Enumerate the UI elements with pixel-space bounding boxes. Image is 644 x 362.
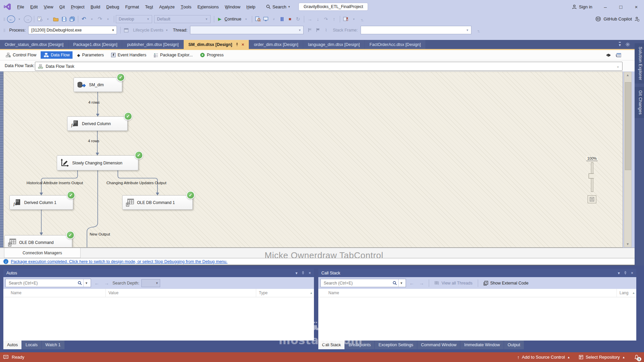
menu-build[interactable]: B̲uild [88,2,103,11]
select-repository-button[interactable]: Select Repository ▲ [579,355,625,360]
package-execution-message-link[interactable]: Package execution completed. Click here … [11,259,228,264]
maximize-button[interactable]: □ [613,0,629,13]
bottomtab-breakpoints[interactable]: Breakpoints [345,341,374,349]
step-into-button[interactable]: ↓ [314,15,322,23]
tab-settings-gear-icon[interactable] [626,42,630,47]
call-stack-title-bar[interactable]: Call Stack ▾ × [318,269,636,277]
package-icon[interactable] [606,53,611,57]
new-item-chevron-icon[interactable]: ▾ [44,15,52,23]
tab-publisher-dim[interactable]: publisher_dim.dtsx [Design] [122,40,183,49]
breakpoints-window-button[interactable] [342,15,350,23]
stack-frame-dropdown[interactable]: ▾ [361,26,471,34]
tab-data-flow[interactable]: Data Flow [41,51,73,59]
autos-grid-body[interactable] [3,297,314,341]
column-name[interactable]: Name [318,289,617,297]
show-next-statement-button[interactable]: → [306,15,314,23]
menu-extensions[interactable]: Ex̲tensions [194,2,222,11]
node-ole-db-command-1[interactable]: OLE DB Command 1 [122,195,193,210]
save-all-button[interactable] [68,15,76,23]
search-options-chevron-icon[interactable]: ▼ [398,279,404,287]
pin-icon[interactable] [235,43,239,46]
redo-button[interactable]: ↷ [96,15,104,23]
bottomtab-output[interactable]: Output [504,341,524,349]
suspend-threads-icon[interactable]: ⌇ [322,26,330,34]
scrollbar-thumb[interactable] [625,82,631,170]
tab-control-flow[interactable]: Control Flow [3,51,39,59]
tab-sm-dim-active[interactable]: SM_dim.dtsx [Design] × [184,40,249,49]
search-back-icon[interactable]: ← [409,280,414,286]
search-back-icon[interactable]: ← [94,280,99,286]
undo-chevron-icon[interactable]: ▾ [88,15,96,23]
menu-window[interactable]: W̲indow [222,2,243,11]
column-type[interactable]: Type [256,289,309,297]
navigate-forward-button[interactable]: → [24,15,32,23]
bottomtab-watch1[interactable]: Watch 1 [42,341,64,349]
autos-title-bar[interactable]: Autos ▾ × [3,269,314,277]
zoom-to-fit-button[interactable] [588,195,596,203]
scroll-up-icon[interactable]: ▲ [624,73,631,77]
github-copilot-button[interactable]: GitHub Copilot [595,16,644,21]
search-forward-icon[interactable]: → [419,280,424,286]
debugbar-overflow-icon[interactable]: ⌄̲ [475,26,482,34]
node-sm-dim-source[interactable]: SM_dim [74,77,122,92]
menu-view[interactable]: V̲iew [41,2,56,11]
new-project-button[interactable] [36,15,44,23]
continue-chevron-icon[interactable]: ▾ [242,15,250,23]
connection-managers-tab[interactable]: Connection Managers [4,248,81,258]
thread-dropdown[interactable]: ▾ [190,26,304,34]
bottomtab-call-stack[interactable]: Call Stack [318,341,344,349]
zoom-slider[interactable] [591,162,593,192]
continue-play-icon[interactable]: ▶ [216,15,224,23]
scroll-down-icon[interactable]: ▼ [624,242,631,246]
restart-button[interactable]: ↻ [294,15,302,23]
solution-configuration-dropdown[interactable]: Develop▾ [116,15,152,23]
step-out-button[interactable]: ↑ [330,15,338,23]
data-flow-canvas[interactable]: SM_dim ✓ fx Derived Column ✓ Slowly Chan… [3,71,623,248]
node-derived-column[interactable]: fx Derived Column [67,116,128,131]
search-forward-icon[interactable]: → [104,280,109,286]
flag-threads-icon[interactable] [306,26,314,34]
menu-format[interactable]: Fo̲rmat [122,2,142,11]
call-stack-search-box[interactable]: ▼ [320,279,406,287]
solution-name[interactable]: GravityBooks_ETL_FinalProject [298,3,368,11]
zoom-slider-thumb[interactable] [589,173,596,178]
close-icon[interactable]: × [309,271,311,275]
node-ole-db-command[interactable]: OLE DB Command [4,235,72,248]
menu-file[interactable]: F̲ile [14,2,27,11]
grid-columns-icon[interactable] [616,53,621,57]
column-lang[interactable]: Lang [617,289,631,297]
flag-current-thread-icon[interactable] [314,26,322,34]
notifications-button[interactable]: 1 [634,355,639,360]
tab-package-explorer[interactable]: Package Explor... [151,51,196,59]
call-stack-grid-body[interactable] [318,297,636,341]
scroll-up-icon[interactable]: ▲ [309,291,314,295]
show-external-code-button[interactable]: Show External Code [481,281,531,286]
process-dropdown[interactable]: [31200] DtsDebugHost.exe ▾ [28,26,117,34]
add-to-source-control-button[interactable]: ↑ Add to Source Control ▲ [517,355,570,360]
tab-progress[interactable]: Progress [197,51,227,59]
redo-chevron-icon[interactable]: ▾ [104,15,112,23]
left-splitter-bar[interactable] [0,71,3,248]
pin-icon[interactable] [302,271,305,275]
navigate-back-chevron-icon[interactable]: ▾ [16,15,23,23]
navigate-back-button[interactable]: ← [7,15,15,23]
menu-test[interactable]: Tes̲t [142,2,156,11]
browser-link-button[interactable] [262,15,270,23]
bottomtab-command-window[interactable]: Command Window [417,341,460,349]
toolbar-options-overflow[interactable]: ⌄̲ [358,15,366,23]
column-value[interactable]: Value [106,289,256,297]
tab-package1[interactable]: Package1.dtsx [Design] [68,40,122,49]
scroll-up-icon[interactable]: ▲ [631,291,636,295]
sidetab-solution-explorer[interactable]: Solution Explorer [635,43,644,84]
window-position-chevron-icon[interactable]: ▾ [618,271,620,275]
hot-reload-button[interactable] [254,15,262,23]
node-slowly-changing-dimension[interactable]: Slowly Changing Dimension [57,155,138,170]
feedback-button[interactable] [3,355,8,360]
sign-in-button[interactable]: Sign in [566,4,598,9]
tab-order-dim[interactable]: order_dim.dtsx [Design] [249,40,303,49]
tab-parameters[interactable]: ⬥ Parameters [74,51,107,59]
tab-order-status-dim[interactable]: Order_status_dim.dtsx [Design] [0,40,68,49]
undo-button[interactable]: ↶ [80,15,88,23]
close-icon[interactable]: × [631,271,633,275]
menu-git[interactable]: G̲it [56,2,68,11]
